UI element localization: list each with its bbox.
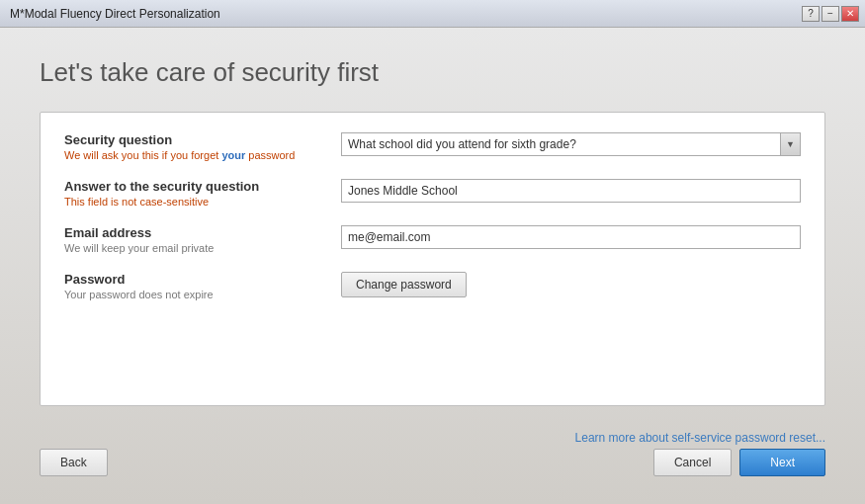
security-question-row: Security question We will ask you this i… <box>64 132 801 161</box>
footer: Back Cancel Next <box>40 449 825 484</box>
security-answer-sublabel: This field is not case-sensitive <box>64 196 341 208</box>
security-answer-row: Answer to the security question This fie… <box>64 179 801 208</box>
security-answer-label: Answer to the security question <box>64 179 341 194</box>
help-button[interactable]: ? <box>802 6 820 22</box>
next-button[interactable]: Next <box>739 449 825 476</box>
footer-right-buttons: Cancel Next <box>653 449 825 476</box>
email-control <box>341 225 801 249</box>
close-button[interactable]: ✕ <box>841 6 859 22</box>
password-label: Password <box>64 272 341 287</box>
security-question-control: What school did you attend for sixth gra… <box>341 132 801 156</box>
email-input[interactable] <box>341 225 801 249</box>
change-password-button[interactable]: Change password <box>341 272 467 297</box>
security-answer-label-group: Answer to the security question This fie… <box>64 179 341 208</box>
page-title: Let's take care of security first <box>40 57 825 88</box>
cancel-button[interactable]: Cancel <box>653 449 732 476</box>
email-label-group: Email address We will keep your email pr… <box>64 225 341 254</box>
password-label-group: Password Your password does not expire <box>64 272 341 300</box>
dropdown-arrow-icon: ▼ <box>780 133 800 155</box>
email-label: Email address <box>64 225 341 240</box>
security-answer-input[interactable] <box>341 179 801 203</box>
password-sublabel: Your password does not expire <box>64 289 341 300</box>
minimize-button[interactable]: − <box>822 6 839 22</box>
email-address-row: Email address We will keep your email pr… <box>64 225 801 254</box>
security-word: security <box>153 179 203 194</box>
title-bar: M*Modal Fluency Direct Personalization ?… <box>0 0 865 28</box>
security-answer-control <box>341 179 801 203</box>
security-question-label: Security question <box>64 132 341 147</box>
email-sublabel: We will keep your email private <box>64 242 341 254</box>
security-question-dropdown[interactable]: What school did you attend for sixth gra… <box>341 132 801 156</box>
security-question-sublabel: We will ask you this if you forget your … <box>64 149 341 161</box>
window-title: M*Modal Fluency Direct Personalization <box>10 7 220 21</box>
security-question-label-group: Security question We will ask you this i… <box>64 132 341 161</box>
password-control: Change password <box>341 272 801 297</box>
back-button[interactable]: Back <box>40 449 108 476</box>
password-row: Password Your password does not expire C… <box>64 272 801 300</box>
sublabel-highlight: your <box>221 149 245 161</box>
learn-more-row: Learn more about self-service password r… <box>40 422 825 449</box>
window-controls: ? − ✕ <box>802 6 859 22</box>
security-question-value: What school did you attend for sixth gra… <box>342 137 780 151</box>
form-panel: Security question We will ask you this i… <box>40 112 825 406</box>
learn-more-link[interactable]: Learn more about self-service password r… <box>575 431 825 445</box>
main-content: Let's take care of security first Securi… <box>0 28 865 504</box>
